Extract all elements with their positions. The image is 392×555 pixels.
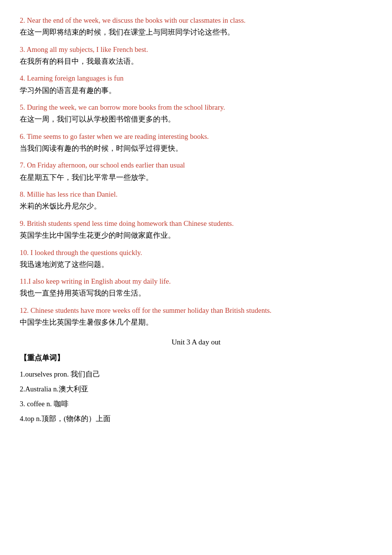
- sentence-entry: 3. Among all my subjects, I like French …: [20, 44, 372, 68]
- english-sentence: 5. During the week, we can borrow more b…: [20, 102, 372, 113]
- english-sentence: 3. Among all my subjects, I like French …: [20, 44, 372, 55]
- sentence-entry: 10. I looked through the questions quick…: [20, 247, 372, 271]
- sentence-entry: 5. During the week, we can borrow more b…: [20, 102, 372, 126]
- english-sentence: 11.I also keep writing in English about …: [20, 276, 372, 287]
- vocab-item: 4.top n.顶部，(物体的）上面: [20, 412, 372, 425]
- vocab-item: 3. coffee n. 咖啡: [20, 397, 372, 410]
- english-sentence: 8. Millie has less rice than Daniel.: [20, 189, 372, 200]
- section-title: Unit 3 A day out: [20, 338, 372, 346]
- chinese-translation: 当我们阅读有趣的书的时候，时间似乎过得更快。: [20, 142, 372, 155]
- english-sentence: 4. Learning foreign languages is fun: [20, 73, 372, 84]
- sentence-entry: 6. Time seems to go faster when we are r…: [20, 131, 372, 155]
- vocab-item: 2.Australia n.澳大利亚: [20, 383, 372, 395]
- chinese-translation: 学习外国的语言是有趣的事。: [20, 85, 372, 97]
- sentence-entry: 2. Near the end of the week, we discuss …: [20, 15, 372, 39]
- vocab-item: 1.ourselves pron. 我们自己: [20, 368, 372, 381]
- sentence-entry: 9. British students spend less time doin…: [20, 218, 372, 242]
- english-sentence: 10. I looked through the questions quick…: [20, 247, 372, 258]
- sentence-entry: 11.I also keep writing in English about …: [20, 276, 372, 300]
- sentence-entry: 12. Chinese students have more weeks off…: [20, 305, 372, 329]
- chinese-translation: 在我所有的科目中，我最喜欢法语。: [20, 55, 372, 68]
- vocab-header: 【重点单词】: [20, 353, 372, 363]
- chinese-translation: 在这一周，我们可以从学校图书馆借更多的书。: [20, 113, 372, 126]
- sentence-entry: 7. On Friday afternoon, our school ends …: [20, 160, 372, 184]
- chinese-translation: 中国学生比英国学生暑假多休几个星期。: [20, 316, 372, 329]
- chinese-translation: 英国学生比中国学生花更少的时间做家庭作业。: [20, 229, 372, 242]
- chinese-translation: 在星期五下午，我们比平常早一些放学。: [20, 171, 372, 184]
- chinese-translation: 在这一周即将结束的时候，我们在课堂上与同班同学讨论这些书。: [20, 26, 372, 39]
- english-sentence: 2. Near the end of the week, we discuss …: [20, 15, 372, 26]
- sentence-entry: 4. Learning foreign languages is fun学习外国…: [20, 73, 372, 97]
- english-sentence: 7. On Friday afternoon, our school ends …: [20, 160, 372, 171]
- chinese-translation: 米莉的米饭比丹尼尔少。: [20, 200, 372, 213]
- english-sentence: 6. Time seems to go faster when we are r…: [20, 131, 372, 142]
- chinese-translation: 我也一直坚持用英语写我的日常生活。: [20, 287, 372, 300]
- content-area: 2. Near the end of the week, we discuss …: [20, 15, 372, 425]
- chinese-translation: 我迅速地浏览了这些问题。: [20, 258, 372, 271]
- english-sentence: 9. British students spend less time doin…: [20, 218, 372, 229]
- english-sentence: 12. Chinese students have more weeks off…: [20, 305, 372, 316]
- sentence-entry: 8. Millie has less rice than Daniel.米莉的米…: [20, 189, 372, 213]
